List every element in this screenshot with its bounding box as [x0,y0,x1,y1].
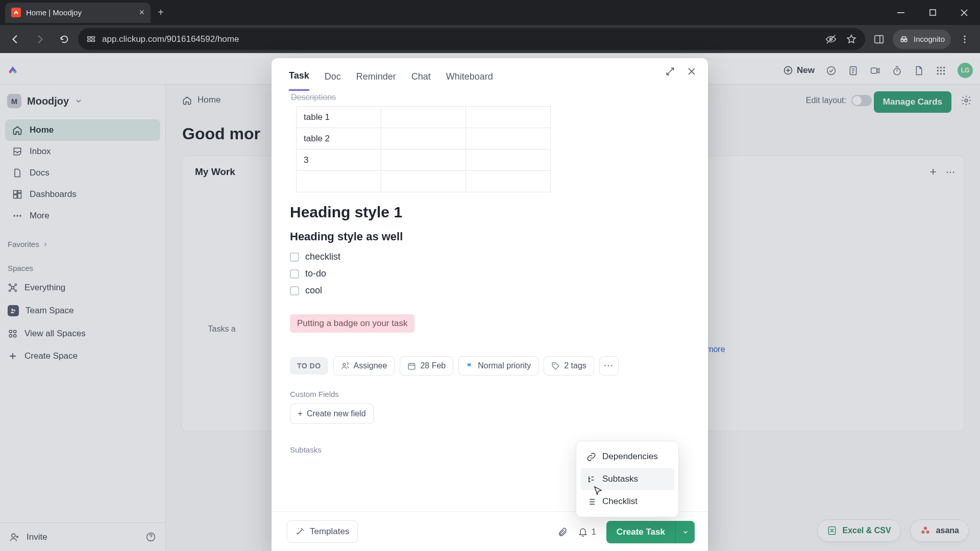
subtasks-icon [586,474,596,484]
bookmark-star-icon[interactable] [846,34,857,45]
browser-tab[interactable]: Home | Moodjoy × [5,3,151,23]
templates-label: Templates [310,527,349,537]
svg-rect-7 [875,35,884,43]
svg-rect-4 [87,40,90,41]
checklist-item[interactable]: checklist [290,252,690,262]
checklist-item[interactable]: to-do [290,268,690,279]
address-bar[interactable]: app.clickup.com/9016164592/home [78,28,865,50]
tag-icon [551,362,560,370]
checklist-label: to-do [305,268,326,279]
tab-doc[interactable]: Doc [325,68,341,90]
create-task-dropdown[interactable] [675,521,695,543]
popover-item-subtasks[interactable]: Subtasks [580,468,674,490]
url-text: app.clickup.com/9016164592/home [102,34,239,44]
table-cell[interactable]: table 1 [297,107,381,128]
svg-rect-0 [897,12,904,13]
list-icon [586,497,596,507]
assignee-chip[interactable]: Assignee [333,356,395,375]
date-chip[interactable]: 28 Feb [400,356,453,375]
priority-chip[interactable]: Normal priority [458,356,538,375]
attachment-icon[interactable] [557,527,568,537]
chip-label: Normal priority [478,361,531,370]
svg-rect-5 [91,40,94,41]
checkbox-icon[interactable] [290,269,299,279]
close-icon[interactable] [687,66,697,77]
notifications-button[interactable]: 1 [578,527,596,537]
svg-rect-3 [91,37,94,38]
browser-menu-icon[interactable] [954,29,975,50]
tab-reminder[interactable]: Reminder [356,68,396,90]
chip-label: 28 Feb [420,361,446,370]
eye-off-icon[interactable] [825,34,837,45]
table-cell[interactable]: 3 [297,149,381,171]
svg-point-53 [554,364,555,365]
create-task-button[interactable]: Create Task [606,521,675,543]
checklist-item[interactable]: cool [290,285,690,296]
svg-rect-52 [409,363,415,369]
checklist-label: cool [305,285,322,296]
maximize-button[interactable] [917,0,948,25]
incognito-badge[interactable]: Incognito [893,30,951,49]
checkbox-icon[interactable] [290,253,299,262]
expand-icon[interactable] [665,66,675,77]
chip-label: 2 tags [564,361,586,370]
back-button[interactable] [5,29,26,50]
status-chip[interactable]: TO DO [290,357,328,374]
more-chip[interactable]: ··· [599,356,619,375]
tab-title: Home | Moodjoy [26,8,82,17]
svg-rect-1 [929,10,935,15]
tab-close-icon[interactable]: × [139,7,144,18]
bell-icon [578,527,588,537]
link-icon [586,452,596,462]
create-field-label: Create new field [307,409,366,418]
close-window-button[interactable] [948,0,980,25]
add-section-popover: Dependencies Subtasks Checklist [576,441,679,517]
heading-2[interactable]: Heading style as well [290,230,690,243]
flag-icon [466,362,474,370]
minimize-button[interactable] [885,0,917,25]
table-cell[interactable]: table 2 [297,128,381,149]
site-settings-icon[interactable] [86,34,96,44]
svg-point-51 [343,363,346,366]
popover-label: Dependencies [602,452,658,462]
checklist-label: checklist [305,252,340,262]
calendar-icon [407,362,416,370]
popover-item-checklist[interactable]: Checklist [580,490,674,513]
wand-icon [296,527,305,536]
descriptions-label: Descriptions [291,93,690,102]
clickup-favicon [11,8,21,17]
custom-fields-label: Custom Fields [290,390,690,398]
popover-label: Checklist [602,496,638,507]
tab-whiteboard[interactable]: Whiteboard [446,68,493,90]
sidepanel-icon[interactable] [868,29,890,50]
tab-chat[interactable]: Chat [411,68,431,90]
checkbox-icon[interactable] [290,286,299,295]
popover-label: Subtasks [602,474,638,484]
templates-button[interactable]: Templates [287,520,358,543]
popover-item-dependencies[interactable]: Dependencies [580,445,674,468]
chip-label: Assignee [354,361,387,370]
new-tab-button[interactable]: + [158,7,164,18]
forward-button [29,29,51,50]
create-field-button[interactable]: +Create new field [290,404,374,424]
notif-count: 1 [591,527,596,537]
svg-rect-2 [87,37,90,38]
tab-task[interactable]: Task [289,67,309,91]
reload-button[interactable] [54,29,75,50]
svg-point-10 [964,38,965,40]
heading-1[interactable]: Heading style 1 [290,204,690,221]
description-table[interactable]: table 1 table 2 3 [296,106,551,192]
svg-point-11 [964,41,965,43]
svg-point-9 [964,35,965,37]
task-badge[interactable]: Putting a badge on your task [290,314,414,333]
tags-chip[interactable]: 2 tags [544,356,594,375]
incognito-label: Incognito [914,35,945,43]
people-icon [341,362,350,370]
